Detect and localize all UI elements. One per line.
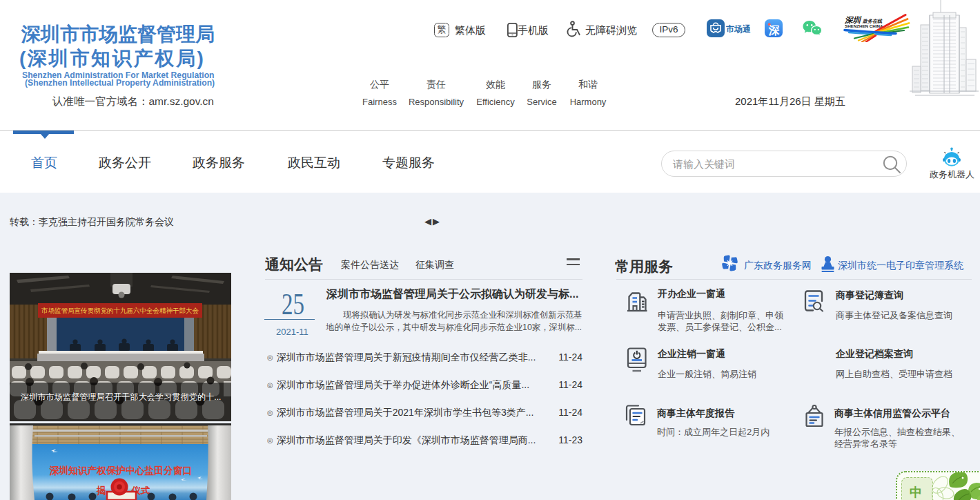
svg-text:深圳市市场监督管理局召开干部大会学习贯彻党的十...: 深圳市市场监督管理局召开干部大会学习贯彻党的十... — [21, 392, 221, 402]
svg-text:市场监管局宣传贯彻党的十九届六中全会精神干部大会: 市场监管局宣传贯彻党的十九届六中全会精神干部大会 — [41, 307, 199, 314]
svg-text:揭: 揭 — [96, 485, 106, 496]
svg-text:SHENZHEN CHINA: SHENZHEN CHINA — [845, 23, 883, 28]
svg-text:深: 深 — [768, 24, 780, 36]
svg-text:深圳知识产权保护中心盐田分窗口: 深圳知识产权保护中心盐田分窗口 — [50, 465, 193, 476]
